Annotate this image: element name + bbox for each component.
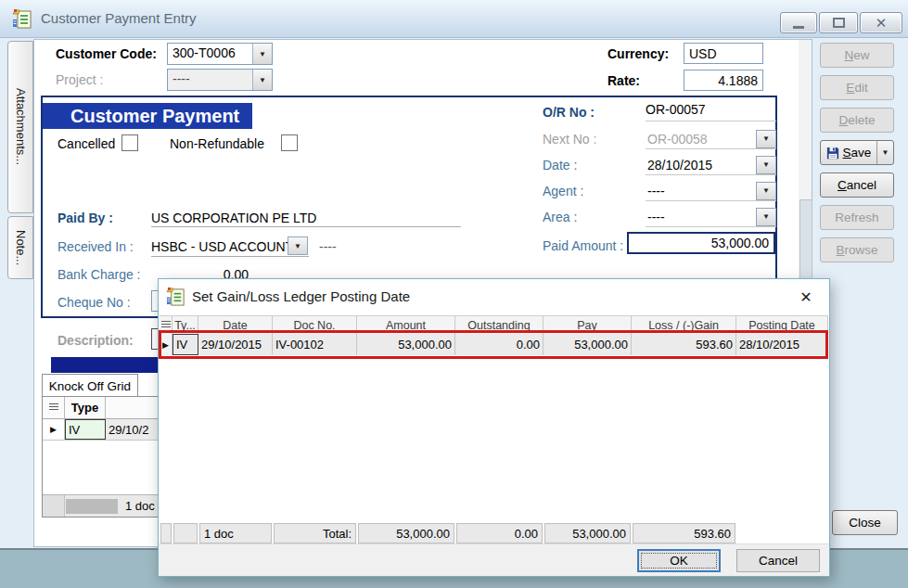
col-header-type[interactable]: Ty... xyxy=(173,316,198,334)
area-label: Area : xyxy=(543,210,577,224)
tab-knock-off-grid[interactable]: Knock Off Grid xyxy=(42,374,138,397)
edit-button[interactable]: Edit xyxy=(820,75,894,100)
paid-amount-label: Paid Amount : xyxy=(543,238,623,253)
grid-corner-cell[interactable] xyxy=(43,397,65,418)
date-dropdown-icon[interactable]: ▼ xyxy=(756,156,776,174)
cell-loss-gain[interactable]: 593.60 xyxy=(632,334,736,355)
save-button[interactable]: Save ▼ xyxy=(820,140,894,165)
col-header-posting-date[interactable]: Posting Date xyxy=(736,316,828,334)
close-button[interactable]: Close xyxy=(832,510,898,535)
gain-loss-dialog: Set Gain/Loss Ledger Posting Date ✕ Ty..… xyxy=(158,278,830,577)
footer-posting-date-cell xyxy=(737,523,827,543)
cell-date[interactable]: 29/10/2015 xyxy=(198,334,273,355)
cell-type[interactable]: IV xyxy=(173,334,198,355)
tab-note[interactable]: Note... xyxy=(7,216,33,279)
project-label: Project : xyxy=(56,72,103,87)
next-no-combo[interactable]: OR-00058 ▼ xyxy=(646,129,776,149)
dialog-row-marker-icon: ▶ xyxy=(162,340,169,350)
project-combo[interactable]: ---- ▼ xyxy=(167,69,273,91)
col-header-outstanding[interactable]: Outstanding xyxy=(455,316,544,334)
footer-gain: 593.60 xyxy=(633,523,735,543)
agent-label: Agent : xyxy=(543,184,583,198)
col-header-loss-gain[interactable]: Loss / (-)Gain xyxy=(632,316,736,334)
project-value: ---- xyxy=(168,70,252,90)
or-no-label: O/R No : xyxy=(543,105,595,120)
type-cell[interactable]: IV xyxy=(65,419,106,440)
next-no-label: Next No : xyxy=(543,132,596,147)
area-combo[interactable]: ---- ▼ xyxy=(646,207,776,227)
screen: Customer Payment Entry ✕ Attachments... … xyxy=(0,0,908,588)
footer-total-label: Total: xyxy=(274,523,356,543)
col-header-date[interactable]: Date xyxy=(198,316,273,334)
titlebar[interactable]: Customer Payment Entry ✕ xyxy=(0,0,908,38)
or-no-value: OR-00057 xyxy=(646,102,776,121)
grid-hscrollbar-thumb[interactable] xyxy=(66,499,118,514)
dialog-grid-corner-cell[interactable] xyxy=(160,316,173,334)
footer-outstanding: 0.00 xyxy=(456,523,543,543)
received-in-underline xyxy=(151,256,309,257)
col-header-pay[interactable]: Pay xyxy=(544,316,632,334)
col-header-doc-no[interactable]: Doc No. xyxy=(273,316,357,334)
customer-code-dropdown-icon[interactable]: ▼ xyxy=(252,44,272,64)
paid-by-value: US CORPORATION PE LTD xyxy=(151,211,316,225)
dialog-table-row[interactable]: ▶ IV 29/10/2015 IV-00102 53,000.00 0.00 … xyxy=(160,334,828,355)
save-dropdown-icon[interactable]: ▼ xyxy=(876,141,893,164)
project-dropdown-icon[interactable]: ▼ xyxy=(252,70,272,90)
maximize-icon xyxy=(833,18,845,28)
date-label: Date : xyxy=(543,158,577,173)
dialog-close-button[interactable]: ✕ xyxy=(792,286,820,309)
ok-button[interactable]: OK xyxy=(637,549,721,572)
row-marker-icon: ▶ xyxy=(50,425,57,434)
new-button[interactable]: New xyxy=(820,43,894,68)
paid-amount-field[interactable]: 53,000.00 xyxy=(627,232,775,254)
non-refundable-label: Non-Refundable xyxy=(170,136,264,151)
received-in-dropdown-icon[interactable]: ▼ xyxy=(288,236,308,255)
grid-footer-corner xyxy=(43,495,65,517)
received-in-value: HSBC - USD ACCOUNT xyxy=(151,239,293,254)
next-no-dropdown-icon[interactable]: ▼ xyxy=(756,130,776,148)
footer-amount: 53,000.00 xyxy=(358,523,454,543)
received-in-label: Received In : xyxy=(58,239,134,254)
col-header-amount[interactable]: Amount xyxy=(357,316,455,334)
cancelled-checkbox[interactable] xyxy=(121,134,138,151)
dialog-row-indicator: ▶ xyxy=(160,334,173,355)
cell-pay[interactable]: 53,000.00 xyxy=(544,334,632,355)
maximize-button[interactable] xyxy=(819,12,858,33)
tab-attachments[interactable]: Attachments... xyxy=(7,41,33,213)
refresh-button[interactable]: Refresh xyxy=(820,205,894,230)
dialog-cancel-button[interactable]: Cancel xyxy=(736,549,820,572)
bank-charge-label: Bank Charge : xyxy=(58,267,141,282)
dialog-button-bar: OK Cancel xyxy=(159,543,829,576)
delete-button[interactable]: Delete xyxy=(820,108,894,133)
close-window-icon: ✕ xyxy=(876,16,888,30)
agent-combo[interactable]: ---- ▼ xyxy=(646,181,776,201)
paid-by-underline xyxy=(151,226,461,227)
close-window-button[interactable]: ✕ xyxy=(860,12,902,33)
dialog-table-header: Ty... Date Doc No. Amount Outstanding Pa… xyxy=(160,315,828,335)
customer-payment-banner: Customer Payment xyxy=(43,103,252,129)
date-value: 28/10/2015 xyxy=(646,158,756,173)
cell-outstanding[interactable]: 0.00 xyxy=(455,334,544,355)
customer-code-combo[interactable]: 300-T0006 ▼ xyxy=(167,43,273,65)
area-value: ---- xyxy=(646,210,756,224)
customer-code-value: 300-T0006 xyxy=(168,44,252,64)
date-combo[interactable]: 28/10/2015 ▼ xyxy=(646,155,776,175)
paid-by-label: Paid By : xyxy=(58,211,113,225)
area-dropdown-icon[interactable]: ▼ xyxy=(756,208,776,226)
agent-dropdown-icon[interactable]: ▼ xyxy=(756,182,776,200)
cell-amount[interactable]: 53,000.00 xyxy=(357,334,455,355)
type-column-header[interactable]: Type xyxy=(65,397,106,418)
cell-doc-no[interactable]: IV-00102 xyxy=(273,334,357,355)
next-no-value: OR-00058 xyxy=(646,132,756,147)
footer-pay: 53,000.00 xyxy=(544,523,631,543)
cancel-button[interactable]: Cancel xyxy=(820,173,894,198)
save-floppy-icon xyxy=(826,147,839,160)
cell-posting-date[interactable]: 28/10/2015 xyxy=(736,334,828,355)
browse-button[interactable]: Browse xyxy=(820,237,894,262)
currency-field[interactable]: USD xyxy=(684,43,763,64)
rate-field[interactable]: 4.1888 xyxy=(684,70,763,91)
non-refundable-checkbox[interactable] xyxy=(281,134,298,151)
minimize-button[interactable] xyxy=(780,12,817,33)
grid-doc-count: 1 doc xyxy=(125,499,155,513)
footer-doc-count: 1 doc xyxy=(199,523,272,543)
